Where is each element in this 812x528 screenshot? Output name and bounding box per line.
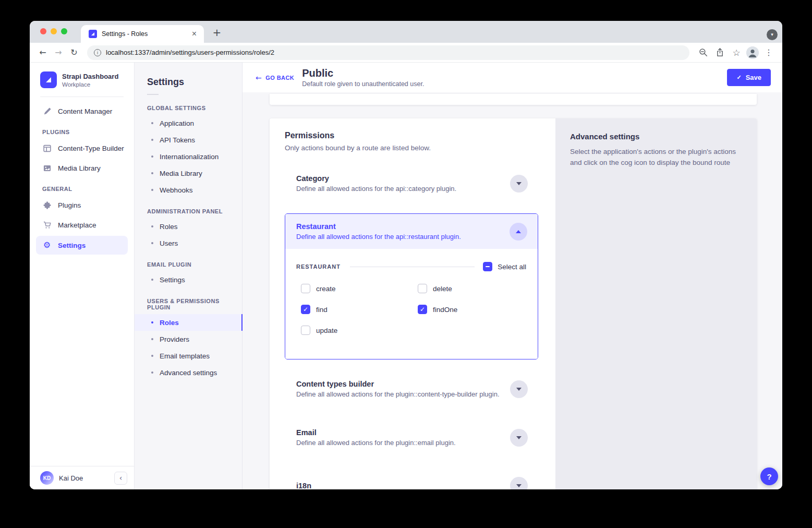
strapi-logo-icon [40, 71, 57, 88]
help-button[interactable]: ? [760, 467, 778, 485]
accordion-content-types-builder: Content types builder Define all allowed… [285, 373, 538, 405]
browser-tab[interactable]: Settings - Roles × [81, 25, 204, 43]
select-all-label: Select all [498, 263, 526, 271]
scroll-content[interactable]: Permissions Only actions bound by a rout… [243, 92, 782, 489]
accordion-header[interactable]: Email Define all allowed actions for the… [285, 421, 538, 454]
subnav-item-up-roles[interactable]: Roles [135, 314, 242, 331]
reload-button[interactable]: ↻ [66, 47, 82, 57]
back-arrow-icon: ← [256, 74, 262, 82]
group-label: RESTAURANT [296, 263, 341, 270]
expand-button[interactable] [510, 477, 528, 489]
accordion-title: Restaurant [296, 222, 461, 231]
subnav-item-internationalization[interactable]: Internationalization [135, 148, 242, 165]
site-info-icon[interactable]: i [94, 49, 101, 56]
cart-icon [42, 221, 52, 229]
user-avatar[interactable]: KD [40, 471, 54, 485]
bookmark-star-icon[interactable]: ☆ [728, 47, 745, 58]
checkbox-find[interactable] [301, 305, 310, 314]
tab-search-chevron-icon[interactable]: ▾ [767, 29, 778, 40]
action-label: find [316, 306, 328, 314]
permissions-container: Permissions Only actions bound by a rout… [270, 118, 757, 489]
zoom-icon[interactable] [695, 48, 711, 57]
sidebar-item-media-library[interactable]: Media Library [30, 158, 134, 178]
action-label: update [316, 327, 337, 334]
forward-button[interactable]: → [51, 47, 66, 57]
select-all-checkbox[interactable] [483, 262, 492, 271]
brand[interactable]: Strapi Dashboard Workplace [30, 63, 134, 97]
settings-subnav: Settings GLOBAL SETTINGS Application API… [135, 63, 243, 489]
subnav-item-media-library[interactable]: Media Library [135, 165, 242, 182]
advanced-settings-title: Advanced settings [570, 132, 742, 141]
sidebar-item-marketplace[interactable]: Marketplace [30, 215, 134, 235]
pen-icon [42, 107, 52, 115]
accordion-header[interactable]: Restaurant Define all allowed actions fo… [285, 214, 538, 249]
checkbox-create[interactable] [301, 284, 310, 293]
advanced-settings-description: Select the application's actions or the … [570, 147, 742, 169]
brand-title: Strapi Dashboard [62, 73, 118, 80]
back-button[interactable]: ← [35, 47, 51, 57]
share-icon[interactable] [711, 48, 728, 57]
sidebar-item-label: Media Library [58, 164, 101, 172]
go-back-link[interactable]: ← GO BACK [256, 74, 294, 82]
action-label: findOne [433, 306, 457, 314]
sidebar-user-row: KD Kai Doe ‹ [30, 466, 134, 489]
puzzle-icon [42, 201, 52, 209]
page-subtitle: Default role given to unauthenticated us… [302, 80, 424, 88]
close-window-button[interactable] [40, 28, 46, 34]
accordion-email: Email Define all allowed actions for the… [285, 421, 538, 454]
browser-menu-icon[interactable]: ⋮ [760, 47, 777, 57]
action-delete: delete [418, 284, 526, 293]
subnav-item-admin-users[interactable]: Users [135, 235, 242, 251]
accordion-header[interactable]: i18n [285, 470, 538, 489]
accordion-title: Content types builder [296, 380, 500, 388]
subnav-item-admin-roles[interactable]: Roles [135, 218, 242, 235]
subnav-item-webhooks[interactable]: Webhooks [135, 182, 242, 198]
picture-icon [42, 164, 52, 172]
sidebar-item-settings[interactable]: ⚙ Settings [36, 236, 128, 255]
checkbox-delete[interactable] [418, 284, 427, 293]
expand-button[interactable] [510, 380, 528, 398]
subnav-item-label: Settings [160, 276, 185, 284]
subnav-item-label: API Tokens [160, 136, 195, 144]
accordion-description: Define all allowed actions for the plugi… [296, 390, 500, 398]
permissions-subtitle: Only actions bound by a route are listed… [285, 144, 538, 152]
accordion-header[interactable]: Category Define all allowed actions for … [285, 167, 538, 200]
subnav-item-label: Roles [160, 319, 179, 327]
subnav-item-providers[interactable]: Providers [135, 331, 242, 347]
accordion-header[interactable]: Content types builder Define all allowed… [285, 373, 538, 405]
sidebar-section-general: GENERAL [42, 186, 134, 192]
expand-button[interactable] [510, 175, 528, 193]
permissions-title: Permissions [285, 131, 538, 140]
new-tab-button[interactable]: + [210, 26, 224, 40]
subnav-item-email-templates[interactable]: Email templates [135, 347, 242, 364]
save-button[interactable]: ✓ Save [727, 69, 771, 86]
subnav-item-email-settings[interactable]: Settings [135, 271, 242, 288]
check-icon: ✓ [736, 74, 741, 81]
minimize-window-button[interactable] [51, 28, 57, 34]
layout-icon [42, 145, 52, 152]
accordion-description: Define all allowed actions for the api::… [296, 233, 461, 241]
subnav-item-advanced-settings[interactable]: Advanced settings [135, 364, 242, 381]
user-name: Kai Doe [59, 474, 114, 482]
subnav-item-api-tokens[interactable]: API Tokens [135, 131, 242, 148]
fullscreen-window-button[interactable] [61, 28, 67, 34]
subnav-section-administration-panel: ADMINISTRATION PANEL [147, 208, 242, 214]
collapse-sidebar-button[interactable]: ‹ [114, 472, 127, 485]
subnav-item-application[interactable]: Application [135, 115, 242, 131]
subnav-item-label: Email templates [160, 352, 210, 360]
profile-avatar[interactable] [746, 46, 759, 59]
expand-button[interactable] [510, 429, 528, 447]
checkbox-update[interactable] [301, 326, 310, 335]
sidebar-item-plugins[interactable]: Plugins [30, 195, 134, 215]
sidebar-item-content-type-builder[interactable]: Content-Type Builder [30, 138, 134, 158]
sidebar-item-label: Content Manager [58, 107, 112, 115]
address-bar[interactable]: i localhost:1337/admin/settings/users-pe… [87, 45, 689, 60]
sidebar-item-content-manager[interactable]: Content Manager [30, 101, 134, 121]
checkbox-findone[interactable] [418, 305, 427, 314]
subnav-item-label: Advanced settings [160, 369, 217, 377]
collapse-button[interactable] [510, 223, 527, 241]
action-find: find [301, 305, 418, 314]
url-text: localhost:1337/admin/settings/users-perm… [106, 49, 274, 56]
action-update: update [301, 326, 418, 335]
close-tab-icon[interactable]: × [190, 30, 199, 38]
